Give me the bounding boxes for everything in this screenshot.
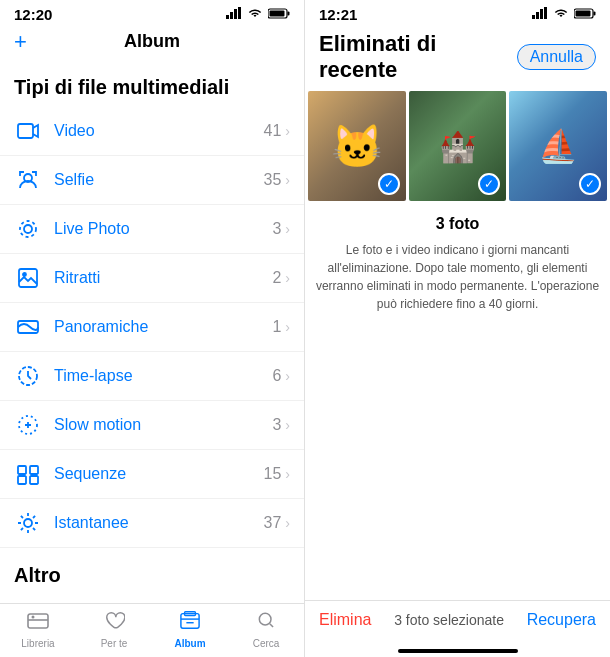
photos-grid: 🐱 ✓ 🏰 ✓ ⛵ ✓ [305,91,610,201]
list-item-importazioni[interactable]: Importazioni 1.327 › [0,595,304,603]
svg-point-23 [32,616,35,619]
elimina-button[interactable]: Elimina [319,611,371,629]
tab-cerca[interactable]: Cerca [228,610,304,649]
svg-rect-0 [226,15,229,19]
photo-cell-2[interactable]: 🏰 ✓ [409,91,507,201]
svg-rect-32 [594,12,596,16]
right-panel: 12:21 Eliminati di recente Annulla 🐱 ✓ 🏰… [305,0,610,657]
timelapse-label: Time-lapse [54,367,272,385]
list-item-ritratti[interactable]: Ritratti 2 › [0,254,304,303]
svg-rect-5 [288,12,290,16]
recupera-button[interactable]: Recupera [527,611,596,629]
svg-rect-3 [238,7,241,19]
list-item-selfie[interactable]: Selfie 35 › [0,156,304,205]
svg-point-26 [259,613,271,625]
signal-icon-right [532,7,548,22]
album-tab-icon [179,610,201,636]
svg-rect-2 [234,9,237,19]
svg-rect-27 [532,15,535,19]
check-badge-3: ✓ [579,173,601,195]
svg-rect-16 [18,466,26,474]
svg-rect-22 [28,614,48,628]
libreria-icon [26,610,50,636]
photo-cell-3[interactable]: ⛵ ✓ [509,91,607,201]
tab-perte[interactable]: Per te [76,610,152,649]
svg-rect-17 [30,466,38,474]
photo-cell-1[interactable]: 🐱 ✓ [308,91,406,201]
video-chevron: › [285,123,290,139]
video-count: 41 [264,122,282,140]
sequenze-chevron: › [285,466,290,482]
add-button[interactable]: + [14,29,27,55]
section-media-title: Tipi di file multimediali [0,60,304,107]
svg-rect-33 [576,11,591,17]
livephoto-chevron: › [285,221,290,237]
tab-bar-left: Libreria Per te Album Cerca [0,603,304,657]
list-item-slowmotion[interactable]: Slow motion 3 › [0,401,304,450]
svg-rect-11 [19,269,37,287]
right-header: Eliminati di recente Annulla [305,27,610,91]
svg-rect-28 [536,12,539,19]
section-altro-title: Altro [0,548,304,595]
list-item-livephoto[interactable]: Live Photo 3 › [0,205,304,254]
svg-point-10 [20,221,36,237]
svg-rect-7 [18,124,33,138]
status-time-right: 12:21 [319,6,357,23]
svg-rect-19 [30,476,38,484]
slowmotion-chevron: › [285,417,290,433]
status-icons-left [226,7,290,22]
video-icon [14,117,42,145]
battery-icon-right [574,7,596,22]
istantanee-label: Istantanee [54,514,264,532]
livephoto-label: Live Photo [54,220,272,238]
status-bar-right: 12:21 [305,0,610,27]
ritratti-count: 2 [272,269,281,287]
album-content: Tipi di file multimediali Video 41 › Sel… [0,60,304,603]
video-label: Video [54,122,264,140]
list-item-video[interactable]: Video 41 › [0,107,304,156]
cerca-icon [256,610,276,636]
timelapse-count: 6 [272,367,281,385]
sequenze-label: Sequenze [54,465,264,483]
svg-rect-30 [544,7,547,19]
list-item-sequenze[interactable]: Sequenze 15 › [0,450,304,499]
left-panel: 12:20 + Album Tipi di file multimediali … [0,0,305,657]
list-item-istantanee[interactable]: Istantanee 37 › [0,499,304,548]
perte-icon [103,610,125,636]
svg-point-12 [23,273,26,276]
svg-rect-6 [270,11,285,17]
svg-rect-1 [230,12,233,19]
tab-cerca-label: Cerca [253,638,280,649]
svg-rect-18 [18,476,26,484]
status-bar-left: 12:20 [0,0,304,27]
check-badge-1: ✓ [378,173,400,195]
svg-point-9 [24,225,32,233]
left-header: + Album [0,27,304,60]
battery-icon-left [268,7,290,22]
info-text: Le foto e i video indicano i giorni manc… [315,241,600,313]
right-info: 3 foto Le foto e i video indicano i gior… [305,201,610,600]
istantanee-icon [14,509,42,537]
panoramiche-count: 1 [272,318,281,336]
wifi-icon-left [247,7,263,22]
livephoto-count: 3 [272,220,281,238]
selfie-chevron: › [285,172,290,188]
tab-album[interactable]: Album [152,610,228,649]
tab-album-label: Album [174,638,205,649]
home-indicator [398,649,518,653]
panoramiche-icon [14,313,42,341]
page-title: Eliminati di recente [319,31,517,83]
list-item-panoramiche[interactable]: Panoramiche 1 › [0,303,304,352]
svg-rect-13 [18,321,38,333]
wifi-icon-right [553,7,569,22]
slowmotion-label: Slow motion [54,416,272,434]
selfie-label: Selfie [54,171,264,189]
list-item-timelapse[interactable]: Time-lapse 6 › [0,352,304,401]
panoramiche-label: Panoramiche [54,318,272,336]
tab-libreria[interactable]: Libreria [0,610,76,649]
ritratti-icon [14,264,42,292]
slowmotion-count: 3 [272,416,281,434]
timelapse-chevron: › [285,368,290,384]
istantanee-chevron: › [285,515,290,531]
annulla-button[interactable]: Annulla [517,44,596,70]
